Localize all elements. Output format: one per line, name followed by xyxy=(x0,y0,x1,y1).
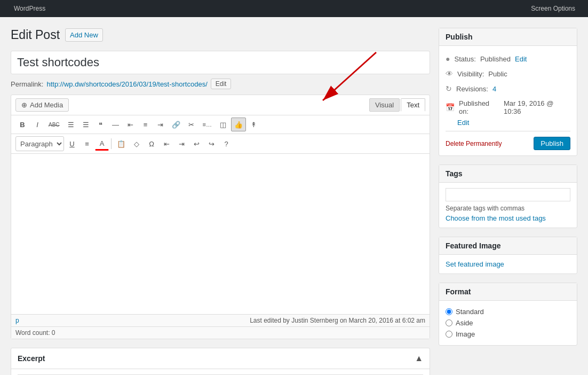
admin-bar: WordPress Screen Options xyxy=(0,0,588,17)
toolbar-help[interactable]: ? xyxy=(219,137,233,151)
published-value: Mar 19, 2016 @ 10:36 xyxy=(504,99,570,115)
add-media-label: Add Media xyxy=(30,101,63,109)
toolbar-align-center[interactable]: ≡ xyxy=(139,118,153,131)
toolbar-align-right[interactable]: ⇥ xyxy=(154,118,168,131)
permalink-url[interactable]: http://wp.dw/shortcodes/2016/03/19/test-… xyxy=(46,80,207,88)
published-label: Published on: xyxy=(459,99,499,115)
toolbar-redo[interactable]: ↪ xyxy=(204,137,218,151)
featured-image-metabox-content: Set featured image xyxy=(439,255,577,274)
toolbar-row1: B I ABC ☰ ☰ ❝ — ⇤ ≡ ⇥ 🔗 ✂ ≡… ◫ 👍 ↟ xyxy=(11,115,430,134)
add-new-button[interactable]: Add New xyxy=(65,28,103,42)
toolbar-align-left[interactable]: ⇤ xyxy=(124,118,138,131)
format-radio-image[interactable] xyxy=(446,331,452,338)
toolbar-read-more[interactable]: ≡… xyxy=(200,118,215,131)
screen-options-button[interactable]: Screen Options xyxy=(527,3,579,14)
format-metabox-header: Format xyxy=(439,283,577,301)
toolbar-clear-format[interactable]: ◇ xyxy=(130,137,144,151)
revisions-link[interactable]: 4 xyxy=(492,85,496,93)
add-media-icon: ⊕ xyxy=(21,101,27,109)
visibility-value: Public xyxy=(488,70,507,78)
toolbar-row2: Paragraph Heading 1 Heading 2 Heading 3 … xyxy=(11,134,430,154)
page-title: Edit Post xyxy=(11,28,60,42)
toolbar-justify[interactable]: ≡ xyxy=(80,137,94,151)
toolbar-outdent[interactable]: ⇤ xyxy=(160,137,173,151)
tab-visual[interactable]: Visual xyxy=(369,98,400,112)
format-metabox: Format Standard Aside Image xyxy=(439,283,577,346)
permalink-edit-button[interactable]: Edit xyxy=(211,79,232,89)
toolbar-table[interactable]: ◫ xyxy=(216,118,230,131)
toolbar-underline[interactable]: U xyxy=(65,137,79,151)
publish-actions: Delete Permanently Publish xyxy=(446,131,570,150)
excerpt-metabox: Excerpt ▲ xyxy=(11,348,430,375)
format-option-standard: Standard xyxy=(446,306,570,317)
status-icon: ● xyxy=(446,54,450,63)
toolbar-strikethrough[interactable]: ABC xyxy=(45,118,63,131)
admin-bar-label: WordPress xyxy=(9,5,51,12)
permalink-row: Permalink: http://wp.dw/shortcodes/2016/… xyxy=(11,79,430,89)
format-select[interactable]: Paragraph Heading 1 Heading 2 Heading 3 xyxy=(15,136,64,151)
visibility-icon: 👁 xyxy=(446,69,453,78)
toolbar-ordered-list[interactable]: ☰ xyxy=(79,118,93,131)
toolbar-thumbsup[interactable]: 👍 xyxy=(231,118,246,131)
toolbar-unlink[interactable]: ✂ xyxy=(185,118,198,131)
excerpt-toggle-icon: ▲ xyxy=(415,354,423,363)
editor-word-count-bar: Word count: 0 xyxy=(11,326,430,339)
editor-box: ⊕ Add Media Visual Text B I ABC ☰ ☰ ❝ — … xyxy=(11,95,430,339)
toolbar-special-chars[interactable]: Ω xyxy=(145,137,158,151)
format-radio-standard[interactable] xyxy=(446,308,452,315)
status-edit-link[interactable]: Edit xyxy=(515,55,527,63)
format-label-standard: Standard xyxy=(456,308,484,316)
editor-last-edited: Last edited by Justin Sternberg on March… xyxy=(250,317,425,324)
delete-permanently-link[interactable]: Delete Permanently xyxy=(446,140,502,147)
published-edit-link[interactable]: Edit xyxy=(457,119,570,127)
choose-from-tags-link[interactable]: Choose from the most used tags xyxy=(446,214,546,222)
main-content: Edit Post Add New Permalink: http://wp.d… xyxy=(11,28,430,375)
sidebar: Publish ● Status: Published Edit 👁 Visib… xyxy=(439,28,577,375)
publish-button[interactable]: Publish xyxy=(534,137,570,150)
toolbar-indent[interactable]: ⇥ xyxy=(174,137,188,151)
post-title-input[interactable] xyxy=(11,51,430,74)
toolbar-fullscreen[interactable]: ↟ xyxy=(247,118,261,131)
format-label-aside: Aside xyxy=(456,319,473,327)
toolbar-unordered-list[interactable]: ☰ xyxy=(64,118,78,131)
tags-input[interactable] xyxy=(446,188,570,201)
tab-text[interactable]: Text xyxy=(401,98,425,112)
toolbar-blockquote[interactable]: ❝ xyxy=(94,118,108,131)
toolbar-horizontal-rule[interactable]: — xyxy=(109,118,123,131)
format-label-image: Image xyxy=(456,330,475,338)
toolbar-italic[interactable]: I xyxy=(30,118,44,131)
toolbar-paste-text[interactable]: 📋 xyxy=(114,137,129,151)
tags-help-text: Separate tags with commas xyxy=(446,205,570,212)
toolbar-bold[interactable]: B xyxy=(15,118,29,131)
featured-image-metabox-header: Featured Image xyxy=(439,237,577,255)
format-option-image: Image xyxy=(446,329,570,340)
editor-content[interactable] xyxy=(11,154,430,314)
publish-visibility-row: 👁 Visibility: Public xyxy=(446,66,570,81)
publish-metabox-content: ● Status: Published Edit 👁 Visibility: P… xyxy=(439,46,577,155)
set-featured-image-link[interactable]: Set featured image xyxy=(446,260,504,268)
excerpt-metabox-header[interactable]: Excerpt ▲ xyxy=(11,348,430,369)
publish-metabox-header: Publish xyxy=(439,28,577,46)
featured-image-metabox: Featured Image Set featured image xyxy=(439,237,577,274)
tags-metabox-header: Tags xyxy=(439,165,577,183)
format-metabox-content: Standard Aside Image xyxy=(439,301,577,345)
publish-status-row: ● Status: Published Edit xyxy=(446,51,570,66)
add-media-button[interactable]: ⊕ Add Media xyxy=(15,98,69,112)
excerpt-title: Excerpt xyxy=(18,354,45,363)
publish-metabox: Publish ● Status: Published Edit 👁 Visib… xyxy=(439,28,577,156)
permalink-label: Permalink: xyxy=(11,80,43,88)
revisions-icon: ↻ xyxy=(446,84,452,93)
format-radio-aside[interactable] xyxy=(446,319,452,326)
format-option-aside: Aside xyxy=(446,317,570,329)
visual-text-tabs: Visual Text xyxy=(369,98,425,112)
toolbar-link[interactable]: 🔗 xyxy=(169,118,184,131)
editor-top-bar: ⊕ Add Media Visual Text xyxy=(11,95,430,115)
toolbar-undo[interactable]: ↩ xyxy=(189,137,203,151)
revisions-label: Revisions: xyxy=(456,85,488,93)
calendar-icon: 📅 xyxy=(446,103,455,112)
status-label: Status: xyxy=(454,55,475,63)
editor-path: p xyxy=(15,317,19,324)
toolbar-text-color[interactable]: A xyxy=(95,137,109,151)
editor-status-bar: p Last edited by Justin Sternberg on Mar… xyxy=(11,314,430,326)
status-value: Published xyxy=(480,55,511,63)
